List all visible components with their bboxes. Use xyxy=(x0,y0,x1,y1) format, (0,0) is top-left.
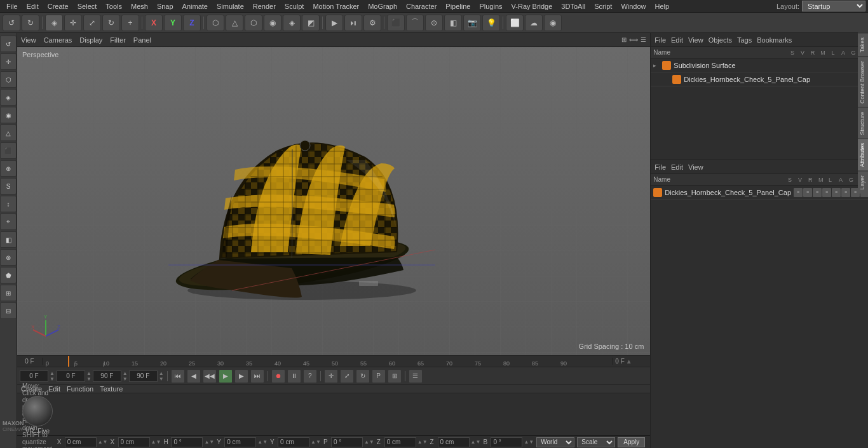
y-axis-button[interactable]: Y xyxy=(164,15,182,31)
sidebar-btn-2[interactable]: ✛ xyxy=(0,53,17,70)
viewport[interactable]: Perspective xyxy=(17,47,650,355)
frame2-down[interactable]: ▼ xyxy=(86,376,92,382)
viewport-move-icon[interactable]: ⟺ xyxy=(629,36,638,43)
viewport-menu-display[interactable]: Display xyxy=(79,36,102,44)
layout-dropdown[interactable]: Startup xyxy=(802,1,865,11)
h-field[interactable] xyxy=(171,437,203,447)
frame3-down[interactable]: ▼ xyxy=(123,376,128,382)
menu-sculpt[interactable]: Sculpt xyxy=(281,0,308,13)
scale-tool-btn[interactable]: ⤢ xyxy=(340,369,354,383)
attr-menu-edit[interactable]: Edit xyxy=(671,163,683,171)
nurbs-button[interactable]: ⊙ xyxy=(425,15,443,31)
scale-dropdown[interactable]: Scale Size xyxy=(577,437,615,447)
cube-button[interactable]: ⬛ xyxy=(387,15,405,31)
sidebar-btn-10[interactable]: ↕ xyxy=(0,196,17,212)
sidebar-btn-4[interactable]: ◈ xyxy=(0,89,17,105)
sidebar-btn-8[interactable]: ⊕ xyxy=(0,160,17,177)
model-mode-button[interactable]: ◈ xyxy=(283,15,301,31)
grid-btn[interactable]: ⊞ xyxy=(388,369,402,383)
sidebar-btn-15[interactable]: ⊞ xyxy=(0,285,17,301)
move-button[interactable]: ✛ xyxy=(64,15,82,31)
viewport-maximize-icon[interactable]: ⊞ xyxy=(621,36,627,43)
frame-field-3[interactable] xyxy=(93,370,121,382)
menu-tools[interactable]: Tools xyxy=(102,0,126,13)
z2-field[interactable] xyxy=(438,437,470,447)
go-to-start-button[interactable]: ⏮ xyxy=(171,369,185,383)
side-tab-structure[interactable]: Structure xyxy=(858,107,868,139)
polygon-mode-button[interactable]: △ xyxy=(226,15,243,31)
attr-row-dickies[interactable]: Dickies_Hornbeck_Check_5_Panel_Cap ≡ ≡ ≡… xyxy=(651,186,868,200)
sidebar-btn-13[interactable]: ⊗ xyxy=(0,249,17,266)
menu-file[interactable]: File xyxy=(3,0,22,13)
perspective-btn[interactable]: P xyxy=(372,369,386,383)
sidebar-btn-16[interactable]: ⊟ xyxy=(0,302,17,319)
p-field[interactable] xyxy=(331,437,363,447)
menu-pipeline[interactable]: Pipeline xyxy=(442,0,474,13)
frame4-up[interactable]: ▲ xyxy=(159,370,164,376)
record-button[interactable]: ⏺ xyxy=(271,369,285,383)
menu-simulate[interactable]: Simulate xyxy=(213,0,248,13)
x-arrows[interactable]: ▲▼ xyxy=(98,439,108,445)
viewport-menu-panel[interactable]: Panel xyxy=(133,36,151,44)
material-menu-texture[interactable]: Texture xyxy=(100,385,123,393)
go-to-end-button[interactable]: ⏭ xyxy=(250,369,264,383)
sidebar-btn-6[interactable]: △ xyxy=(0,125,17,141)
menu-mesh[interactable]: Mesh xyxy=(127,0,152,13)
viewport-menu-cameras[interactable]: Cameras xyxy=(44,36,72,44)
menu-script[interactable]: Script xyxy=(590,0,616,13)
plus-button[interactable]: + xyxy=(121,15,139,31)
sidebar-btn-1[interactable]: ↺ xyxy=(0,36,17,52)
sidebar-btn-7[interactable]: ⬛ xyxy=(0,142,17,159)
rotate-button[interactable]: ↻ xyxy=(102,15,120,31)
menu-select[interactable]: Select xyxy=(74,0,101,13)
x2-arrows[interactable]: ▲▼ xyxy=(151,439,161,445)
scale-button[interactable]: ⤢ xyxy=(83,15,101,31)
camera-button[interactable]: 📷 xyxy=(463,15,481,31)
x-axis-button[interactable]: X xyxy=(145,15,163,31)
texture-mode-button[interactable]: ◩ xyxy=(302,15,320,31)
menu-edit[interactable]: Edit xyxy=(23,0,43,13)
menu-3dtoall[interactable]: 3DToAll xyxy=(557,0,589,13)
obj-menu-file[interactable]: File xyxy=(654,36,666,44)
attr-icon-btn-3[interactable]: ≡ xyxy=(813,188,822,197)
y-field[interactable] xyxy=(224,437,256,447)
floor-button[interactable]: ⬜ xyxy=(506,15,524,31)
redo-button[interactable]: ↻ xyxy=(22,15,39,31)
x-field[interactable] xyxy=(65,437,97,447)
sidebar-btn-11[interactable]: ⌖ xyxy=(0,214,17,230)
timeline[interactable]: 0 F 0 5 10 15 20 25 30 35 40 45 50 55 60 xyxy=(17,355,650,367)
viewport-settings-icon[interactable]: ☰ xyxy=(641,36,646,43)
obj-menu-edit[interactable]: Edit xyxy=(671,36,683,44)
viewport-menu-filter[interactable]: Filter xyxy=(110,36,125,44)
menu-vray[interactable]: V-Ray Bridge xyxy=(508,0,557,13)
material-button[interactable]: ◉ xyxy=(544,15,562,31)
attr-icon-btn-2[interactable]: ≡ xyxy=(803,188,812,197)
step-back-button[interactable]: ◀ xyxy=(187,369,201,383)
timeline-ruler[interactable]: 0 5 10 15 20 25 30 35 40 45 50 55 60 65 … xyxy=(43,356,612,367)
side-tab-layer[interactable]: Layer xyxy=(858,171,868,194)
frame-field-4[interactable] xyxy=(129,370,158,382)
undo-button[interactable]: ↺ xyxy=(3,15,20,31)
p-arrows[interactable]: ▲▼ xyxy=(364,439,374,445)
obj-menu-view[interactable]: View xyxy=(688,36,703,44)
menu-render[interactable]: Render xyxy=(249,0,280,13)
menu-window[interactable]: Window xyxy=(617,0,649,13)
attr-icon-btn-6[interactable]: ≡ xyxy=(841,188,850,197)
attr-menu-view[interactable]: View xyxy=(688,163,703,171)
material-menu-function[interactable]: Function xyxy=(67,385,93,393)
frame3-up[interactable]: ▲ xyxy=(123,370,128,376)
attr-icon-btn-4[interactable]: ≡ xyxy=(822,188,831,197)
attr-icon-btn-1[interactable]: ≡ xyxy=(794,188,803,197)
menu-motion-tracker[interactable]: Motion Tracker xyxy=(309,0,363,13)
side-tab-takes[interactable]: Takes xyxy=(858,33,868,57)
play-button[interactable]: ▶ xyxy=(219,369,233,383)
z-field[interactable] xyxy=(384,437,416,447)
sidebar-btn-5[interactable]: ◉ xyxy=(0,107,17,123)
frame2-up[interactable]: ▲ xyxy=(86,370,92,376)
menu-animate[interactable]: Animate xyxy=(179,0,212,13)
sidebar-btn-3[interactable]: ⬡ xyxy=(0,71,17,88)
h-arrows[interactable]: ▲▼ xyxy=(204,439,214,445)
render-active-button[interactable]: ▶ xyxy=(325,15,343,31)
render-picture-viewer-button[interactable]: ⏯ xyxy=(344,15,362,31)
sidebar-btn-9[interactable]: S xyxy=(0,178,17,194)
